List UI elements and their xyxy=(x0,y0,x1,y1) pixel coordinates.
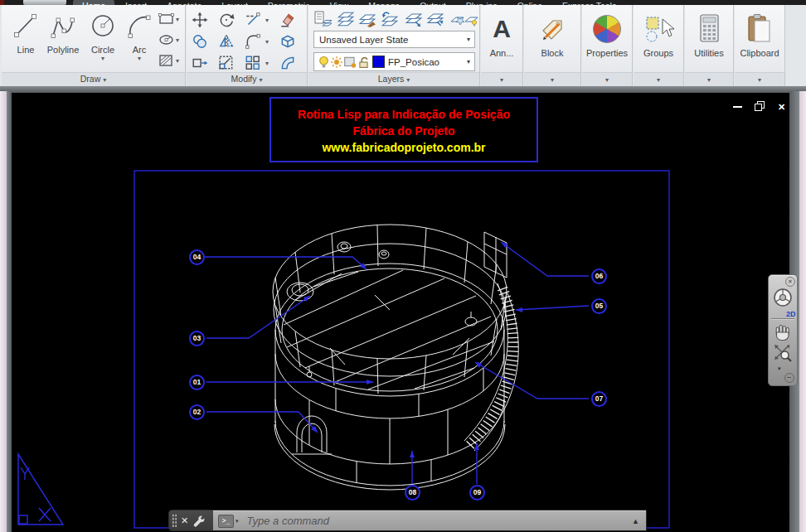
mirror-button[interactable] xyxy=(218,33,235,53)
layer-properties-button[interactable] xyxy=(313,10,333,31)
rectangle-button[interactable]: ▾ xyxy=(158,12,179,27)
line-icon xyxy=(12,10,40,41)
copy-icon xyxy=(192,33,208,50)
fillet-icon xyxy=(245,33,261,50)
extrude-button[interactable] xyxy=(279,33,296,53)
steering-wheel-button[interactable]: 2D xyxy=(772,287,794,312)
restore-icon xyxy=(755,101,765,111)
pan-button[interactable] xyxy=(774,322,792,345)
layer-unisolate-button[interactable] xyxy=(426,10,444,31)
title-line-2: Fábrica do Projeto xyxy=(271,123,537,139)
window-edge-right xyxy=(799,91,806,532)
circle-button[interactable]: Circle ▾ xyxy=(85,10,121,62)
panel-layers: Unsaved Layer State ▾ xyxy=(308,5,480,86)
line-button[interactable]: Line xyxy=(8,10,43,55)
navigation-bar: 2D xyxy=(768,274,798,386)
balloon-01: 01 xyxy=(189,375,205,390)
rotate-button[interactable] xyxy=(218,12,235,31)
trim-icon xyxy=(245,12,261,28)
offset-icon xyxy=(279,55,296,71)
scale-icon xyxy=(218,55,235,71)
layer-unisolate-icon xyxy=(426,10,444,28)
fillet-dropdown-arrow[interactable]: ▾ xyxy=(265,38,269,46)
layer-previous-button[interactable] xyxy=(380,10,398,31)
stretch-icon xyxy=(192,55,208,71)
modify-panel-footer[interactable]: Modify ▾ xyxy=(187,72,307,86)
minimize-button[interactable] xyxy=(733,99,745,113)
recent-commands-arrow[interactable] xyxy=(235,518,239,525)
layer-off-button[interactable] xyxy=(464,10,479,31)
arc-dropdown-arrow[interactable]: ▾ xyxy=(124,55,154,62)
panel-block[interactable]: Block ▾ xyxy=(524,5,581,86)
trim-button[interactable]: ▾ xyxy=(245,12,261,31)
copy-button[interactable] xyxy=(192,33,208,53)
panel-clipboard[interactable]: Clipboard ▾ xyxy=(735,5,785,86)
layer-color-swatch xyxy=(372,56,385,68)
panel-properties[interactable]: Properties ▾ xyxy=(582,5,633,86)
clipboard-panel-footer[interactable]: ▾ xyxy=(735,72,784,86)
wheel-2d-label: 2D xyxy=(786,310,796,318)
clipboard-icon xyxy=(745,13,774,45)
polyline-button[interactable]: Polyline xyxy=(43,10,83,55)
mirror-icon xyxy=(218,33,235,50)
ellipse-button[interactable]: ▾ xyxy=(158,32,179,47)
command-history-up-icon[interactable] xyxy=(632,517,639,525)
command-input-zone[interactable] xyxy=(213,510,646,530)
navbar-close-icon[interactable] xyxy=(785,277,795,287)
command-close-icon[interactable] xyxy=(181,515,188,526)
command-input[interactable] xyxy=(245,514,633,528)
arc-icon xyxy=(125,10,153,41)
layer-thaw-sun-icon xyxy=(330,56,343,69)
ribbon-bottom-border xyxy=(0,86,806,93)
title-url: www.fabricadoprojeto.com.br xyxy=(271,139,537,156)
panel-modify: ▾ xyxy=(187,5,308,86)
arc-button[interactable]: Arc ▾ xyxy=(124,10,154,62)
annotation-panel-footer[interactable]: ▾ xyxy=(481,72,522,86)
move-button[interactable] xyxy=(192,12,208,31)
zoom-button[interactable] xyxy=(773,343,793,366)
rotate-icon xyxy=(218,12,235,28)
current-layer-caret-icon: ▾ xyxy=(467,58,470,65)
balloon-02: 02 xyxy=(189,404,205,420)
hatch-dropdown-arrow[interactable]: ▾ xyxy=(176,57,179,65)
zoom-extents-icon xyxy=(773,343,793,363)
balloon-09: 09 xyxy=(469,485,485,501)
ellipse-dropdown-arrow[interactable]: ▾ xyxy=(176,36,179,44)
navbar-collapse-icon[interactable] xyxy=(784,373,794,383)
layers-panel-footer[interactable]: Layers ▾ xyxy=(308,72,479,86)
command-prompt-icon xyxy=(218,515,234,528)
utilities-panel-footer[interactable]: ▾ xyxy=(685,72,733,86)
layer-state-dropdown[interactable]: Unsaved Layer State ▾ xyxy=(313,31,475,48)
circle-dropdown-arrow[interactable]: ▾ xyxy=(85,55,121,62)
navbar-dropdown-arrow[interactable] xyxy=(778,365,781,372)
current-layer-dropdown[interactable]: FP_Posicao ▾ xyxy=(313,52,475,71)
command-bar-grip[interactable] xyxy=(172,514,177,527)
draw-panel-footer[interactable]: Draw ▾ xyxy=(2,72,185,86)
array-dropdown-arrow[interactable]: ▾ xyxy=(265,60,269,67)
move-icon xyxy=(192,12,208,28)
fillet-button[interactable]: ▾ xyxy=(245,33,261,53)
layer-make-current-button[interactable] xyxy=(358,10,376,31)
window-edge-left xyxy=(0,91,7,532)
panel-groups[interactable]: Groups ▾ xyxy=(634,5,684,86)
block-panel-footer[interactable]: ▾ xyxy=(524,72,580,86)
rectangle-dropdown-arrow[interactable]: ▾ xyxy=(176,16,179,23)
groups-panel-footer[interactable]: ▾ xyxy=(634,72,683,86)
balloon-03: 03 xyxy=(189,331,205,346)
hatch-button[interactable]: ▾ xyxy=(158,53,179,68)
trim-dropdown-arrow[interactable]: ▾ xyxy=(265,17,269,24)
erase-button[interactable] xyxy=(279,12,296,31)
layer-isolate-button[interactable] xyxy=(405,10,423,31)
close-button[interactable] xyxy=(778,99,785,114)
panel-annotation[interactable]: Ann... ▾ xyxy=(481,5,523,86)
restore-button[interactable] xyxy=(755,101,765,111)
ribbon: Line Polyline Circle ▾ xyxy=(0,5,806,86)
panel-draw: Line Polyline Circle ▾ xyxy=(2,5,186,86)
layer-off-icon xyxy=(464,10,479,28)
layer-match-button[interactable] xyxy=(337,10,355,31)
layer-freeze-button[interactable] xyxy=(449,10,466,31)
command-customize-wrench-icon[interactable] xyxy=(192,514,205,527)
properties-panel-footer[interactable]: ▾ xyxy=(582,72,632,86)
panel-utilities[interactable]: Utilities ▾ xyxy=(685,5,734,86)
layer-previous-icon xyxy=(380,10,398,28)
